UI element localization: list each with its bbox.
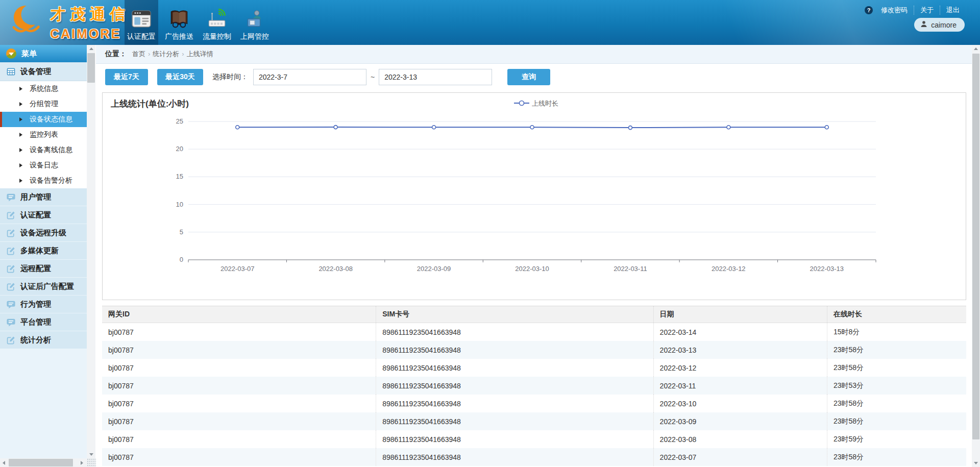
filter-toolbar: 最近7天 最近30天 选择时间： ~ 查询	[105, 68, 550, 86]
content-vertical-scrollbar	[972, 45, 980, 467]
table-row: bj00787898611192350416639482022-03-0923时…	[102, 412, 966, 430]
table-cell: bj00787	[102, 430, 376, 448]
nav-tab-label: 流量控制	[203, 32, 231, 41]
sidebar: 菜单 设备管理 系统信息分组管理设备状态信息监控列表设备离线信息设备日志设备告警…	[0, 45, 87, 458]
chart-title: 上线统计(单位:小时)	[111, 98, 189, 110]
svg-text:5: 5	[180, 228, 183, 236]
sidebar-item-behavior-management[interactable]: 行为管理	[0, 296, 87, 313]
scroll-left-arrow[interactable]	[0, 458, 8, 467]
scroll-down-arrow[interactable]	[87, 451, 95, 458]
end-date-input[interactable]	[379, 69, 492, 85]
search-button[interactable]: 查询	[507, 69, 550, 85]
triangle-bullet-icon	[19, 148, 26, 152]
start-date-input[interactable]	[253, 69, 366, 85]
breadcrumb: 位置： 首页›统计分析›上线详情	[96, 45, 972, 64]
data-point	[628, 126, 632, 130]
edit-icon	[6, 246, 16, 256]
table-row: bj00787898611192350416639482022-03-1023时…	[102, 395, 966, 412]
logout-link[interactable]: 退出	[940, 6, 966, 15]
sidebar-item-device-remote-upgrade[interactable]: 设备远程升级	[0, 224, 87, 242]
table-cell: 89861119235041663948	[376, 341, 653, 359]
sidebar-item-group-management[interactable]: 分组管理	[0, 96, 87, 112]
sidebar-item-system-info[interactable]: 系统信息	[0, 81, 87, 96]
table-cell: bj00787	[102, 323, 376, 341]
grid-icon	[7, 67, 15, 76]
scroll-right-arrow[interactable]	[78, 458, 86, 467]
table-cell: 23时58分	[827, 341, 966, 359]
chat-icon	[6, 317, 16, 327]
table-cell: 2022-03-14	[653, 323, 827, 341]
user-icon	[920, 20, 927, 29]
sidebar-item-label: 认证配置	[20, 210, 51, 220]
menu-title: 菜单	[21, 49, 37, 59]
time-range-label: 选择时间：	[212, 72, 248, 82]
range-separator: ~	[371, 73, 375, 81]
sidebar-item-label: 设备告警分析	[30, 176, 72, 185]
scrollbar-thumb[interactable]	[87, 53, 95, 83]
scrollbar-thumb[interactable]	[9, 459, 73, 466]
change-password-link[interactable]: 修改密码	[875, 6, 914, 15]
table-cell: bj00787	[102, 359, 376, 377]
scroll-up-arrow[interactable]	[972, 45, 980, 53]
table-cell: 23时58分	[827, 395, 966, 412]
nav-tab-ad-push[interactable]: 广告推送	[162, 0, 196, 45]
sidebar-menu-header: 菜单	[0, 45, 87, 62]
edit-icon	[6, 335, 16, 345]
table-cell: 2022-03-09	[653, 412, 827, 430]
sidebar-item-device-management[interactable]: 设备管理	[0, 62, 87, 81]
breadcrumb-item-2[interactable]: 统计分析	[153, 50, 179, 58]
data-point	[236, 126, 239, 129]
table-cell: 2022-03-10	[653, 395, 827, 412]
table-cell: 89861119235041663948	[376, 430, 653, 448]
sidebar-item-remote-config[interactable]: 远程配置	[0, 260, 87, 278]
column-header: SIM卡号	[376, 306, 653, 323]
sidebar-item-label: 认证后广告配置	[20, 282, 74, 291]
sidebar-vertical-scrollbar	[87, 45, 95, 458]
moon-logo-icon	[10, 4, 45, 38]
triangle-bullet-icon	[19, 102, 26, 106]
nav-tab-label: 上网管控	[240, 32, 269, 41]
help-icon: ?	[865, 6, 873, 14]
sidebar-item-post-auth-ad-config[interactable]: 认证后广告配置	[0, 278, 87, 296]
scrollbar-corner	[87, 458, 96, 467]
last-7-days-button[interactable]: 最近7天	[105, 69, 148, 85]
nav-tab-auth-config[interactable]: 认证配置	[125, 0, 158, 45]
table-cell: 23时59分	[827, 430, 966, 448]
chart-legend[interactable]: 上线时长	[514, 99, 558, 108]
table-cell: 89861119235041663948	[376, 323, 653, 341]
last-30-days-button[interactable]: 最近30天	[157, 69, 203, 85]
column-header: 日期	[653, 306, 827, 323]
data-point	[825, 126, 828, 129]
nav-tab-traffic-control[interactable]: 流量控制	[200, 0, 234, 45]
sidebar-item-monitor-list[interactable]: 监控列表	[0, 127, 87, 142]
sidebar-item-device-offline-info[interactable]: 设备离线信息	[0, 142, 87, 158]
sidebar-item-device-status-info[interactable]: 设备状态信息	[0, 112, 87, 127]
breadcrumb-item-1[interactable]: 首页	[132, 50, 145, 58]
scroll-up-arrow[interactable]	[87, 45, 95, 53]
scroll-down-arrow[interactable]	[972, 459, 980, 467]
sidebar-item-device-log[interactable]: 设备日志	[0, 158, 87, 173]
svg-text:25: 25	[176, 117, 183, 125]
sidebar-item-user-management[interactable]: 用户管理	[0, 188, 87, 206]
sidebar-item-device-alarm-analysis[interactable]: 设备告警分析	[0, 173, 87, 188]
sidebar-item-auth-config[interactable]: 认证配置	[0, 206, 87, 224]
table-cell: 2022-03-08	[653, 430, 827, 448]
breadcrumb-items: 首页›统计分析›上线详情	[130, 50, 216, 59]
nav-tab-internet-control[interactable]: 上网管控	[238, 0, 272, 45]
sidebar-item-multimedia-update[interactable]: 多媒体更新	[0, 242, 87, 260]
table-cell: 89861119235041663948	[376, 448, 653, 466]
triangle-bullet-icon	[19, 163, 26, 167]
traffic-control-icon	[206, 8, 228, 30]
edit-icon	[6, 264, 16, 274]
sidebar-item-platform-management[interactable]: 平台管理	[0, 313, 87, 331]
data-point	[334, 126, 337, 129]
scrollbar-thumb[interactable]	[972, 54, 979, 439]
sidebar-item-label: 分组管理	[30, 100, 58, 109]
about-link[interactable]: 关于	[914, 6, 940, 15]
sidebar-item-statistics-analysis[interactable]: 统计分析	[0, 331, 87, 349]
chat-icon	[6, 300, 16, 309]
user-pill[interactable]: caimore	[914, 18, 965, 32]
sidebar-item-label: 设备远程升级	[20, 228, 66, 238]
table-cell: bj00787	[102, 341, 376, 359]
triangle-bullet-icon	[19, 133, 26, 137]
